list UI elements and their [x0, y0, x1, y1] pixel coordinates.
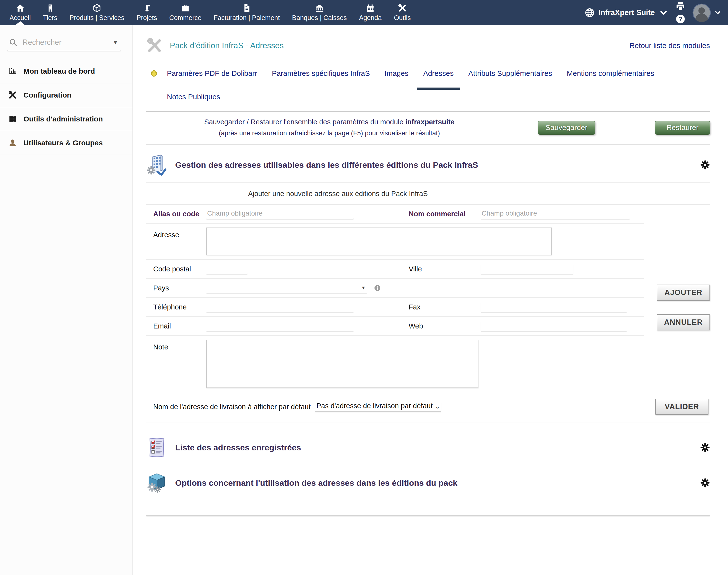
help-icon[interactable]: ? [675, 14, 686, 24]
nav-item-label: Banques | Caisses [292, 14, 347, 22]
sidebar-search: ▼ [7, 35, 121, 51]
sidebar-item-label: Mon tableau de bord [24, 67, 95, 75]
gavel-icon [142, 4, 151, 12]
infras-gem-icon [150, 70, 158, 77]
nav-item-outils[interactable]: Outils [388, 0, 417, 25]
invoice-icon [242, 4, 251, 12]
tab-notes-publiques[interactable]: Notes Publiques [160, 91, 227, 105]
form-row-address: Adresse [146, 224, 644, 260]
cube-icon [93, 4, 101, 12]
tab-bar-row2: Notes Publiques [160, 91, 710, 105]
tab-adresses[interactable]: Adresses [416, 67, 461, 90]
nav-item-commerce[interactable]: Commerce [163, 0, 208, 25]
section-address-list: Liste des adresses enregistrées [146, 437, 710, 464]
print-help-column: ? [675, 1, 686, 24]
country-label: Pays [146, 284, 206, 292]
tab-bar: Paramères PDF de Dolibarr Paramètres spé… [146, 67, 710, 90]
home-icon [16, 4, 25, 12]
chevron-down-icon [659, 8, 668, 18]
section-address-options: Options concernant l'utilisation des adr… [146, 472, 710, 500]
country-select[interactable]: ▾ [206, 283, 367, 293]
web-input[interactable] [481, 322, 627, 331]
nav-item-facturation-paiement[interactable]: Facturation | Paiement [208, 0, 286, 25]
fax-input[interactable] [481, 303, 627, 312]
bottom-divider [146, 515, 710, 516]
note-label: Note [146, 340, 206, 351]
users-icon [8, 138, 17, 147]
alias-input[interactable] [206, 209, 354, 219]
section-title: Gestion des adresses utilisables dans le… [175, 160, 478, 170]
tools-icon [398, 4, 407, 12]
search-icon [9, 38, 18, 47]
main-content: Pack d'édition InfraS - Adresses Retour … [133, 25, 728, 575]
default-delivery-label: Nom de l'adresse de livraison à afficher… [153, 403, 310, 411]
sidebar-item-admin-tools[interactable]: Outils d'administration [0, 107, 132, 131]
module-tools-icon [146, 38, 163, 54]
commercial-name-label: Nom commercial [409, 210, 481, 218]
form-row-zip-city: Code postal Ville [146, 260, 644, 279]
alias-label: Alias ou code [146, 210, 206, 218]
building-management-icon [146, 154, 167, 176]
gear-icon[interactable] [700, 443, 710, 452]
phone-input[interactable] [206, 303, 354, 312]
caret-down-icon: ⌄ [435, 403, 440, 410]
nav-item-label: Outils [394, 14, 411, 22]
tab-images[interactable]: Images [377, 67, 416, 90]
svg-text:?: ? [679, 15, 682, 23]
gear-icon[interactable] [700, 478, 710, 488]
back-to-modules-link[interactable]: Retour liste des modules [629, 41, 710, 50]
page-title: Pack d'édition InfraS - Adresses [170, 41, 284, 50]
zip-input[interactable] [206, 265, 247, 274]
avatar [692, 3, 711, 22]
nav-item-produits-services[interactable]: Produits | Services [63, 0, 131, 25]
user-menu[interactable] [692, 3, 722, 22]
backup-restore-strip: Sauvegarder / Restaurer l'ensemble des p… [146, 112, 710, 145]
form-row-email-web: Email Web [146, 317, 644, 336]
sidebar-menu: Mon tableau de bord Configuration Outils… [0, 60, 132, 155]
email-label: Email [146, 322, 206, 330]
restore-button[interactable]: Restaurer [655, 121, 710, 135]
nav-item-tiers[interactable]: Tiers [37, 0, 63, 25]
printer-icon[interactable] [675, 1, 686, 11]
commercial-name-input[interactable] [481, 209, 630, 219]
nav-item-label: Facturation | Paiement [214, 14, 280, 22]
search-input[interactable] [23, 38, 108, 47]
address-label: Adresse [146, 228, 206, 239]
cancel-button[interactable]: ANNULER [657, 314, 710, 330]
note-textarea[interactable] [206, 340, 478, 388]
form-row-note: Note [146, 336, 644, 392]
search-dropdown-caret[interactable]: ▼ [112, 39, 118, 46]
calendar-icon [366, 4, 375, 12]
tab-attributs[interactable]: Attributs Supplémentaires [461, 67, 559, 90]
tab-parametres-infras[interactable]: Paramètres spécifiques InfraS [264, 67, 377, 90]
nav-item-projets[interactable]: Projets [131, 0, 163, 25]
section-manage-addresses: Gestion des adresses utilisables dans le… [146, 154, 710, 183]
validate-button[interactable]: VALIDER [655, 399, 708, 415]
gear-icon[interactable] [700, 160, 710, 170]
city-input[interactable] [481, 265, 573, 274]
nav-item-label: Commerce [169, 14, 201, 22]
form-row-alias-name: Alias ou code Nom commercial [146, 205, 644, 224]
nav-item-accueil[interactable]: Accueil [3, 0, 37, 25]
add-button[interactable]: AJOUTER [657, 284, 710, 301]
form-title-row: Ajouter une nouvelle adresse aux édition… [146, 183, 710, 205]
tab-mentions[interactable]: Mentions complémentaires [559, 67, 662, 90]
fax-label: Fax [409, 303, 481, 311]
sidebar-item-dashboard[interactable]: Mon tableau de bord [0, 60, 132, 83]
navbar-right-cluster: InfraXpert Suite ? [585, 0, 722, 25]
save-button[interactable]: Sauvegarder [538, 121, 595, 135]
tab-parametres-pdf[interactable]: Paramères PDF de Dolibarr [160, 67, 264, 90]
suite-menu[interactable]: InfraXpert Suite [585, 8, 668, 18]
email-input[interactable] [206, 322, 354, 331]
default-delivery-select[interactable]: Pas d'adresse de livraison par défaut ⌄ [315, 402, 441, 412]
nav-item-label: Accueil [9, 14, 31, 22]
section-title: Liste des adresses enregistrées [175, 443, 301, 452]
address-textarea[interactable] [206, 228, 552, 255]
sidebar-item-users-groups[interactable]: Utilisateurs & Groupes [0, 131, 132, 155]
sidebar-item-configuration[interactable]: Configuration [0, 83, 132, 107]
briefcase-icon [181, 4, 190, 12]
suite-label: InfraXpert Suite [598, 8, 655, 17]
phone-label: Téléphone [146, 303, 206, 311]
nav-item-banques-caisses[interactable]: Banques | Caisses [286, 0, 353, 25]
nav-item-agenda[interactable]: Agenda [353, 0, 388, 25]
